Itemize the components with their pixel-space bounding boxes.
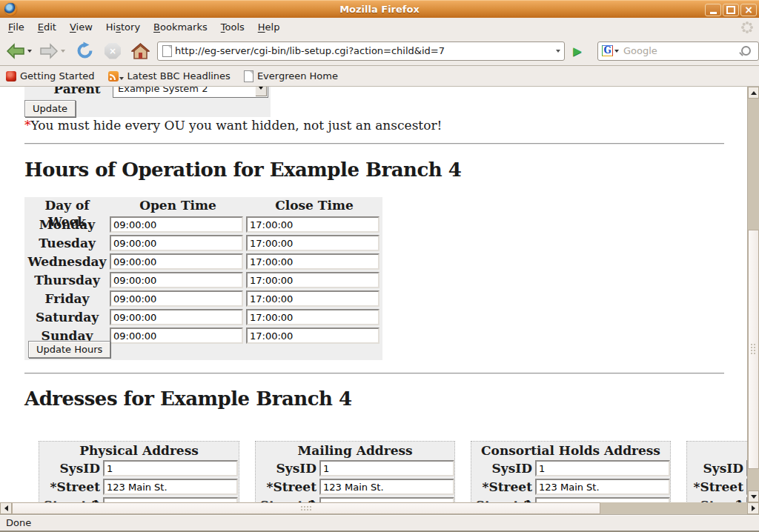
street1-label: *Street 1 bbox=[687, 478, 746, 496]
reload-icon bbox=[76, 41, 94, 60]
open-time-input[interactable] bbox=[110, 309, 243, 325]
maximize-icon bbox=[726, 6, 735, 14]
arrow-left-icon bbox=[4, 505, 8, 511]
parent-field-label: Parent bbox=[42, 87, 113, 96]
table-cell bbox=[110, 308, 246, 327]
go-button[interactable]: ▶ bbox=[568, 41, 587, 61]
minimize-button[interactable] bbox=[705, 4, 721, 16]
back-arrow-icon bbox=[6, 42, 25, 60]
chevron-down-icon bbox=[259, 87, 263, 90]
open-time-input[interactable] bbox=[110, 235, 243, 251]
sysid-input[interactable] bbox=[103, 460, 238, 476]
titlebar[interactable]: Mozilla Firefox × bbox=[0, 0, 759, 18]
menu-view[interactable]: View bbox=[63, 19, 99, 35]
day-label: Thursday bbox=[24, 271, 110, 290]
stop-button[interactable]: × bbox=[105, 43, 121, 59]
search-box[interactable]: G bbox=[597, 41, 759, 61]
sysid-input[interactable] bbox=[319, 460, 454, 476]
page-favicon-icon bbox=[162, 45, 172, 57]
bookmarks-toolbar: Getting Started Latest BBC Headlines Eve… bbox=[0, 66, 759, 87]
menu-file[interactable]: File bbox=[1, 19, 31, 35]
close-time-input[interactable] bbox=[246, 235, 380, 251]
menu-edit[interactable]: Edit bbox=[31, 19, 63, 35]
stop-icon: × bbox=[105, 43, 121, 59]
day-label: Tuesday bbox=[24, 234, 110, 253]
parent-select[interactable]: Example System 2 bbox=[113, 87, 268, 98]
open-time-input[interactable] bbox=[110, 327, 243, 344]
scroll-right-button[interactable] bbox=[747, 502, 759, 514]
close-button[interactable]: × bbox=[740, 4, 757, 16]
update-hours-button[interactable]: Update Hours bbox=[28, 341, 110, 358]
vertical-scrollbar[interactable] bbox=[747, 87, 759, 502]
search-magnifier-icon[interactable] bbox=[741, 46, 751, 56]
bookmark-getting-started[interactable]: Getting Started bbox=[6, 70, 95, 82]
scroll-up-button[interactable] bbox=[748, 87, 759, 99]
menu-help[interactable]: Help bbox=[251, 19, 287, 35]
table-cell bbox=[246, 308, 382, 327]
vertical-scrollbar-thumb[interactable] bbox=[748, 230, 759, 469]
url-history-dropdown-button[interactable] bbox=[552, 42, 564, 60]
street1-label: *Street 1 bbox=[256, 478, 319, 496]
url-bar[interactable] bbox=[157, 41, 565, 61]
mailing-address-table: Mailing Address SysID *Street 1 Street 2 bbox=[255, 441, 455, 502]
table-cell bbox=[110, 271, 246, 290]
close-time-input[interactable] bbox=[246, 216, 380, 233]
close-time-input[interactable] bbox=[246, 309, 380, 325]
street1-label: *Street 1 bbox=[471, 478, 535, 496]
sysid-label: SysID bbox=[39, 459, 103, 478]
bookmark-latest-bbc-headlines[interactable]: Latest BBC Headlines bbox=[108, 70, 231, 82]
select-dropdown-button[interactable] bbox=[255, 87, 267, 96]
close-time-input[interactable] bbox=[246, 253, 380, 270]
sysid-input[interactable] bbox=[535, 460, 670, 476]
scroll-down-button[interactable] bbox=[748, 491, 759, 502]
back-button[interactable] bbox=[6, 42, 25, 60]
maximize-button[interactable] bbox=[723, 4, 739, 16]
open-time-input[interactable] bbox=[110, 290, 243, 307]
forward-button[interactable] bbox=[39, 42, 59, 60]
bookmark-evergreen-home[interactable]: Evergreen Home bbox=[244, 70, 338, 82]
table-cell bbox=[110, 234, 246, 253]
table-cell bbox=[110, 216, 246, 234]
street2-input[interactable] bbox=[103, 497, 238, 502]
forward-arrow-icon bbox=[39, 42, 59, 60]
table-cell bbox=[110, 290, 246, 308]
url-input[interactable] bbox=[172, 45, 552, 56]
reload-button[interactable] bbox=[76, 41, 94, 60]
table-cell bbox=[246, 327, 382, 345]
consortial-holds-address-table: Consortial Holds Address SysID *Street 1… bbox=[471, 441, 671, 502]
street2-label: Street 2 bbox=[687, 496, 746, 502]
address-table-title: Mailing Address bbox=[256, 442, 454, 459]
horizontal-scrollbar-thumb[interactable] bbox=[12, 502, 600, 514]
horizontal-scrollbar[interactable] bbox=[0, 502, 759, 514]
street1-input[interactable] bbox=[103, 479, 238, 495]
open-time-input[interactable] bbox=[110, 216, 243, 233]
update-button[interactable]: Update bbox=[24, 100, 76, 117]
physical-address-table: Physical Address SysID *Street 1 Street … bbox=[39, 441, 239, 502]
home-button[interactable] bbox=[131, 42, 150, 60]
go-arrow-icon: ▶ bbox=[573, 44, 582, 58]
table-cell bbox=[246, 271, 382, 290]
street2-input[interactable] bbox=[319, 497, 454, 502]
table-cell bbox=[246, 253, 382, 271]
close-time-input[interactable] bbox=[246, 272, 380, 288]
rss-feed-icon bbox=[108, 71, 119, 82]
close-time-input[interactable] bbox=[246, 327, 380, 344]
clipped-address-table: SysID *Street 1 Street 2 bbox=[686, 441, 747, 502]
street2-label: Street 2 bbox=[256, 496, 319, 502]
close-time-input[interactable] bbox=[246, 290, 380, 307]
menu-history[interactable]: History bbox=[99, 19, 147, 35]
street1-input[interactable] bbox=[535, 479, 670, 495]
menu-bookmarks[interactable]: Bookmarks bbox=[147, 19, 214, 35]
open-time-input[interactable] bbox=[110, 253, 243, 270]
horizontal-rule bbox=[24, 373, 724, 374]
open-time-input[interactable] bbox=[110, 272, 243, 288]
back-dropdown-caret-icon[interactable] bbox=[27, 50, 32, 53]
forward-dropdown-caret-icon[interactable] bbox=[61, 50, 65, 53]
chevron-down-icon bbox=[556, 50, 560, 53]
street2-input[interactable] bbox=[535, 497, 670, 502]
scroll-left-button[interactable] bbox=[0, 502, 12, 514]
search-input[interactable] bbox=[619, 45, 741, 56]
home-icon bbox=[131, 42, 150, 60]
street1-input[interactable] bbox=[319, 479, 454, 495]
menu-tools[interactable]: Tools bbox=[214, 19, 251, 35]
